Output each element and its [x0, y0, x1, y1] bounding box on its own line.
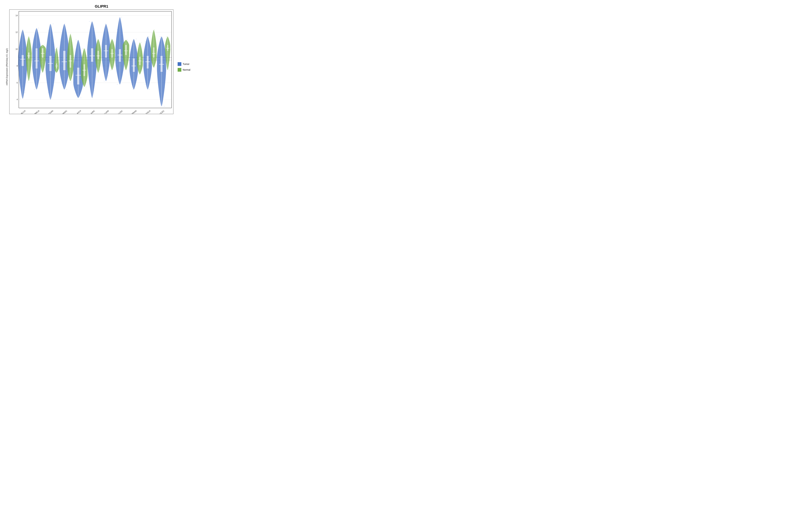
- svg-rect-239: [113, 59, 114, 59]
- svg-rect-235: [111, 47, 112, 48]
- svg-rect-88: [48, 51, 48, 52]
- svg-rect-260: [117, 84, 118, 85]
- svg-rect-36: [27, 45, 28, 45]
- svg-rect-344: [160, 56, 162, 72]
- svg-rect-199: [96, 39, 97, 39]
- svg-rect-278: [133, 58, 135, 72]
- svg-rect-243: [110, 70, 111, 70]
- svg-text:14: 14: [15, 14, 18, 17]
- svg-rect-58: [36, 67, 37, 67]
- svg-rect-207: [98, 63, 99, 64]
- svg-rect-84: [53, 24, 53, 24]
- svg-rect-200: [99, 42, 100, 42]
- svg-text:4: 4: [16, 98, 18, 101]
- svg-rect-291: [136, 80, 137, 80]
- svg-rect-375: [169, 70, 169, 70]
- svg-rect-201: [98, 45, 99, 45]
- svg-rect-288: [136, 66, 137, 67]
- svg-rect-250: [120, 23, 121, 23]
- svg-rect-153: [76, 56, 77, 56]
- svg-rect-137: [68, 51, 69, 51]
- chart-body: mRNA Expression (RNASeq V2, log2) 468101…: [4, 9, 199, 124]
- svg-rect-185: [92, 35, 93, 36]
- svg-rect-307: [141, 68, 142, 69]
- svg-rect-360: [167, 45, 168, 51]
- svg-rect-340: [154, 61, 155, 61]
- svg-rect-26: [20, 80, 21, 80]
- svg-rect-293: [133, 90, 133, 90]
- svg-rect-175: [83, 80, 83, 80]
- svg-rect-319: [145, 56, 146, 56]
- svg-rect-45: [27, 81, 28, 81]
- svg-rect-143: [68, 77, 69, 77]
- svg-rect-135: [71, 43, 72, 43]
- svg-rect-227: [104, 81, 105, 81]
- svg-text:LUSC: LUSC: [117, 110, 123, 114]
- svg-rect-92: [50, 79, 51, 79]
- svg-rect-107: [55, 63, 56, 64]
- svg-rect-374: [167, 67, 167, 67]
- svg-rect-93: [53, 86, 53, 86]
- svg-rect-146: [77, 68, 79, 84]
- svg-rect-38: [30, 53, 31, 53]
- plot-canvas: 468101214BLCABRCACOADHNSCKICHKIRCLUADLUS…: [9, 9, 173, 114]
- svg-rect-217: [108, 29, 109, 29]
- svg-rect-152: [81, 50, 81, 51]
- svg-rect-91: [48, 72, 48, 72]
- svg-rect-220: [108, 45, 109, 45]
- svg-rect-359: [164, 106, 165, 107]
- svg-rect-142: [70, 72, 71, 73]
- svg-rect-270: [124, 54, 124, 54]
- svg-rect-257: [117, 66, 117, 66]
- svg-rect-373: [166, 64, 167, 64]
- svg-rect-324: [148, 80, 149, 80]
- svg-rect-268: [127, 48, 128, 48]
- svg-rect-251: [117, 29, 117, 30]
- svg-rect-233: [113, 42, 114, 42]
- svg-rect-212: [105, 45, 107, 58]
- svg-rect-290: [133, 75, 133, 76]
- svg-rect-209: [99, 69, 100, 70]
- svg-rect-51: [38, 28, 39, 28]
- svg-rect-183: [89, 21, 90, 22]
- svg-rect-205: [96, 57, 97, 58]
- svg-rect-202: [96, 48, 97, 48]
- svg-rect-85: [48, 31, 48, 31]
- svg-rect-174: [86, 76, 87, 76]
- svg-rect-109: [57, 68, 58, 68]
- svg-rect-126: [64, 77, 65, 78]
- svg-rect-95: [50, 99, 51, 100]
- svg-rect-348: [160, 36, 160, 37]
- svg-rect-24: [22, 67, 23, 68]
- svg-rect-76: [44, 67, 45, 68]
- svg-rect-368: [167, 49, 167, 49]
- svg-rect-241: [111, 64, 112, 65]
- svg-rect-256: [120, 60, 121, 60]
- svg-rect-156: [75, 71, 76, 72]
- svg-rect-342: [154, 67, 155, 68]
- svg-rect-161: [81, 98, 81, 98]
- svg-rect-172: [83, 69, 83, 70]
- svg-rect-166: [83, 48, 83, 49]
- svg-rect-253: [120, 42, 121, 42]
- svg-rect-320: [149, 60, 150, 61]
- svg-rect-55: [36, 50, 37, 51]
- svg-rect-70: [44, 52, 45, 53]
- svg-rect-356: [164, 87, 165, 88]
- svg-rect-337: [154, 50, 155, 51]
- svg-rect-100: [57, 47, 58, 48]
- svg-text:THCA: THCA: [145, 110, 151, 114]
- svg-rect-187: [94, 49, 95, 49]
- svg-rect-134: [68, 38, 69, 39]
- svg-rect-316: [145, 41, 146, 42]
- svg-rect-292: [132, 85, 133, 85]
- svg-rect-54: [38, 45, 39, 45]
- svg-rect-129: [70, 55, 71, 68]
- svg-rect-302: [138, 54, 139, 54]
- svg-rect-168: [86, 55, 87, 55]
- plot-svg: 468101214BLCABRCACOADHNSCKICHKIRCLUADLUS…: [9, 10, 173, 114]
- svg-rect-30: [28, 53, 29, 58]
- svg-rect-254: [117, 48, 117, 48]
- svg-rect-351: [160, 55, 160, 56]
- plot-with-xaxis: 468101214BLCABRCACOADHNSCKICHKIRCLUADLUS…: [9, 9, 175, 124]
